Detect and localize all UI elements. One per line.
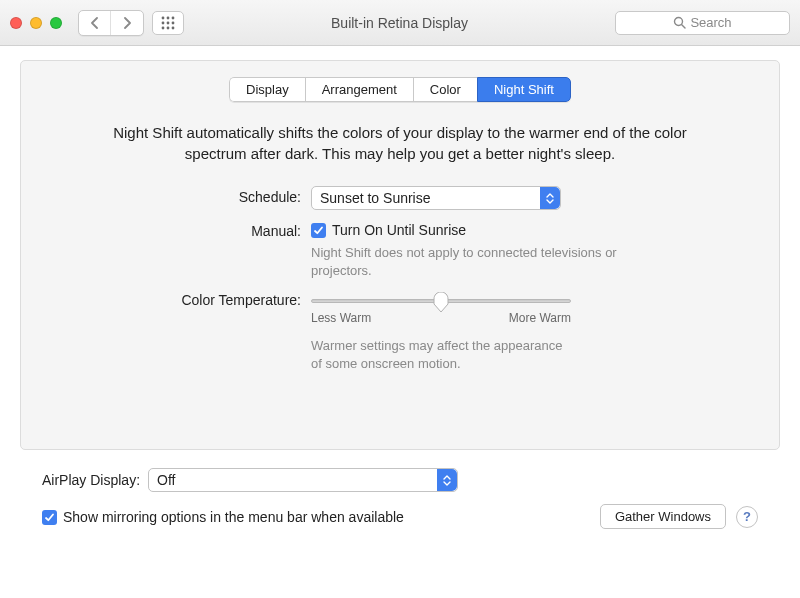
svg-point-5 xyxy=(172,21,175,24)
select-stepper-icon xyxy=(437,469,457,491)
manual-checkbox[interactable] xyxy=(311,223,326,238)
checkmark-icon xyxy=(44,512,55,523)
search-input[interactable]: Search xyxy=(615,11,790,35)
mirroring-label: Show mirroring options in the menu bar w… xyxy=(63,509,404,525)
forward-button[interactable] xyxy=(111,11,143,35)
gather-windows-button[interactable]: Gather Windows xyxy=(600,504,726,529)
close-window-button[interactable] xyxy=(10,17,22,29)
grid-icon xyxy=(161,16,175,30)
svg-line-10 xyxy=(682,25,686,29)
back-button[interactable] xyxy=(79,11,111,35)
svg-point-3 xyxy=(162,21,165,24)
minimize-window-button[interactable] xyxy=(30,17,42,29)
show-all-button[interactable] xyxy=(152,11,184,35)
search-placeholder: Search xyxy=(690,15,731,30)
svg-point-7 xyxy=(167,26,170,29)
tab-display[interactable]: Display xyxy=(229,77,305,102)
night-shift-form: Schedule: Sunset to Sunrise Manual: xyxy=(21,186,779,372)
tabs: Display Arrangement Color Night Shift xyxy=(229,77,571,102)
traffic-lights xyxy=(10,17,62,29)
tab-arrangement[interactable]: Arrangement xyxy=(305,77,413,102)
checkmark-icon xyxy=(313,225,324,236)
slider-min-label: Less Warm xyxy=(311,311,371,325)
manual-help-text: Night Shift does not apply to connected … xyxy=(311,244,669,279)
airplay-value: Off xyxy=(157,472,175,488)
tab-night-shift[interactable]: Night Shift xyxy=(477,77,571,102)
tab-bar: Display Arrangement Color Night Shift xyxy=(21,77,779,102)
slider-max-label: More Warm xyxy=(509,311,571,325)
night-shift-description: Night Shift automatically shifts the col… xyxy=(101,122,699,164)
chevron-right-icon xyxy=(122,17,132,29)
svg-point-0 xyxy=(162,16,165,19)
manual-checkbox-label: Turn On Until Sunrise xyxy=(332,222,466,238)
zoom-window-button[interactable] xyxy=(50,17,62,29)
svg-point-2 xyxy=(172,16,175,19)
color-temperature-slider[interactable] xyxy=(311,299,571,303)
bottom-controls: AirPlay Display: Off Show mirroring opti… xyxy=(20,450,780,529)
slider-thumb-icon xyxy=(433,292,449,312)
airplay-label: AirPlay Display: xyxy=(42,472,140,488)
window-titlebar: Built-in Retina Display Search xyxy=(0,0,800,46)
color-temperature-label: Color Temperature: xyxy=(21,289,301,372)
select-stepper-icon xyxy=(540,187,560,209)
settings-panel: Display Arrangement Color Night Shift Ni… xyxy=(20,60,780,450)
svg-point-6 xyxy=(162,26,165,29)
svg-point-1 xyxy=(167,16,170,19)
schedule-label: Schedule: xyxy=(21,186,301,210)
manual-label: Manual: xyxy=(21,220,301,279)
nav-back-forward xyxy=(78,10,144,36)
chevron-left-icon xyxy=(90,17,100,29)
airplay-select[interactable]: Off xyxy=(148,468,458,492)
svg-point-4 xyxy=(167,21,170,24)
content-area: Display Arrangement Color Night Shift Ni… xyxy=(0,46,800,529)
svg-point-8 xyxy=(172,26,175,29)
help-button[interactable]: ? xyxy=(736,506,758,528)
search-icon xyxy=(673,16,686,29)
slider-thumb[interactable] xyxy=(433,292,449,312)
tab-color[interactable]: Color xyxy=(413,77,477,102)
color-temperature-help-text: Warmer settings may affect the appearanc… xyxy=(311,337,571,372)
schedule-select[interactable]: Sunset to Sunrise xyxy=(311,186,561,210)
mirroring-checkbox[interactable] xyxy=(42,510,57,525)
window-title: Built-in Retina Display xyxy=(192,15,607,31)
schedule-value: Sunset to Sunrise xyxy=(320,190,431,206)
